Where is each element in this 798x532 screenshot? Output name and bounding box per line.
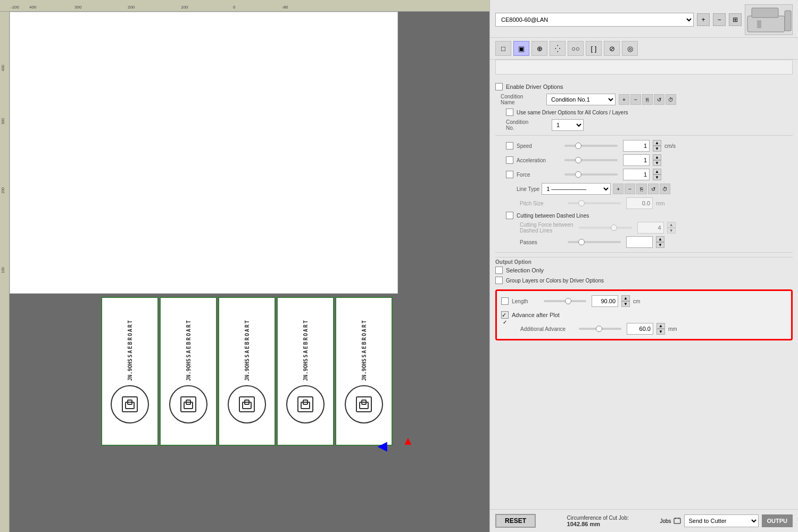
- pitch-size-label: Pitch Size: [520, 201, 562, 206]
- passes-slider[interactable]: [568, 241, 621, 243]
- ruler-mark-v-100: 100: [1, 267, 5, 273]
- svg-rect-4: [184, 402, 193, 409]
- line-type-select[interactable]: 1 ——————: [542, 183, 611, 195]
- additional-advance-input[interactable]: [627, 323, 653, 335]
- line-type-reset-btn[interactable]: ↺: [648, 184, 659, 194]
- line-type-copy-btn[interactable]: ⎘: [636, 184, 647, 194]
- card-1-circle: [111, 385, 149, 423]
- svg-rect-19: [674, 518, 680, 523]
- acceleration-spinner: ▲ ▼: [653, 154, 661, 166]
- condition-name-label: ConditionName: [501, 94, 543, 105]
- length-slider[interactable]: [544, 300, 586, 302]
- condition-copy-btn[interactable]: ⎘: [642, 94, 653, 105]
- speed-down[interactable]: ▼: [653, 146, 661, 152]
- selection-only-checkbox[interactable]: [495, 267, 503, 274]
- ruler-mark-v-400: 400: [1, 65, 5, 71]
- condition-reset-btn[interactable]: ↺: [654, 94, 664, 105]
- speed-unit: cm/s: [664, 143, 678, 149]
- tool-btn-5[interactable]: ○○: [568, 41, 584, 56]
- send-to-cutter-select[interactable]: Send to Cutter: [684, 514, 759, 527]
- additional-advance-slider[interactable]: [579, 328, 621, 330]
- force-down[interactable]: ▼: [653, 174, 661, 180]
- tool-btn-4[interactable]: ⁛: [550, 41, 566, 56]
- ruler-mark-v-300: 300: [1, 118, 5, 124]
- line-type-row: Line Type 1 —————— + − ⎘ ↺ ⏱: [495, 183, 793, 195]
- cutting-dashed-checkbox[interactable]: [506, 212, 513, 219]
- condition-name-select[interactable]: Condition No.1: [546, 94, 616, 105]
- svg-rect-10: [301, 402, 310, 409]
- tool-btn-1[interactable]: □: [495, 41, 511, 56]
- line-type-clock-btn[interactable]: ⏱: [660, 184, 670, 194]
- printer-select[interactable]: CE8000-60@LAN: [495, 13, 694, 27]
- card-3-text1: SAEBROART: [244, 319, 250, 358]
- card-1-text2: JN.9OHS: [127, 359, 133, 381]
- pitch-size-input: [626, 197, 653, 209]
- card-2-text2: JN.9OHS: [186, 359, 192, 381]
- tool-btn-6[interactable]: [ ]: [586, 41, 602, 56]
- additional-advance-row: Additional Advance ▲ ▼ mm: [501, 323, 787, 335]
- same-options-label: Use same Driver Options for All Colors /…: [517, 110, 628, 115]
- card-4: SAEBROART JN.9OHS: [277, 297, 334, 446]
- remove-printer-btn[interactable]: −: [713, 13, 726, 26]
- condition-clock-btn[interactable]: ⏱: [666, 94, 676, 105]
- output-option-highlighted-section: Length ▲ ▼ cm ✓ Advance after Plot Addit…: [495, 289, 793, 340]
- advance-after-plot-checkbox[interactable]: ✓: [501, 311, 509, 319]
- divider-1: [495, 135, 793, 136]
- tool-btn-7[interactable]: ⊘: [604, 41, 620, 56]
- same-options-checkbox[interactable]: [506, 109, 513, 116]
- force-checkbox[interactable]: [506, 171, 513, 178]
- length-up[interactable]: ▲: [621, 295, 630, 301]
- condition-minus-btn[interactable]: −: [630, 94, 641, 105]
- length-input[interactable]: [592, 295, 618, 307]
- additional-advance-down[interactable]: ▼: [656, 329, 665, 335]
- add-printer-btn[interactable]: +: [697, 13, 710, 26]
- arrow-left-indicator: ◀: [378, 439, 387, 453]
- passes-down[interactable]: ▼: [656, 242, 664, 248]
- bottom-bar: RESET Circumference of Cut Job: 1042.86 …: [490, 509, 798, 532]
- tool-btn-2[interactable]: ▣: [513, 41, 529, 56]
- length-down[interactable]: ▼: [621, 301, 630, 307]
- force-row: Force ▲ ▼: [495, 169, 793, 180]
- enable-driver-options-checkbox[interactable]: [495, 83, 503, 90]
- printer-settings-btn[interactable]: ⊞: [729, 13, 742, 26]
- line-type-actions: + − ⎘ ↺ ⏱: [613, 184, 670, 194]
- speed-checkbox[interactable]: [506, 142, 513, 149]
- force-slider[interactable]: [564, 173, 618, 176]
- condition-no-select[interactable]: 1: [552, 119, 584, 131]
- additional-advance-up[interactable]: ▲: [656, 323, 665, 329]
- card-2-icon: [177, 393, 200, 416]
- force-label: Force: [517, 172, 559, 178]
- force-up[interactable]: ▲: [653, 169, 661, 174]
- card-4-text2: JN.9OHS: [303, 359, 309, 381]
- reset-button[interactable]: RESET: [495, 514, 536, 528]
- condition-add-btn[interactable]: +: [619, 94, 629, 105]
- cutting-force-input: [637, 222, 664, 234]
- svg-rect-1: [126, 402, 134, 409]
- acceleration-checkbox[interactable]: [506, 156, 513, 164]
- output-button[interactable]: OUTPU: [762, 514, 793, 527]
- pitch-size-unit: mm: [656, 201, 669, 206]
- acceleration-up[interactable]: ▲: [653, 154, 661, 160]
- speed-input[interactable]: [623, 140, 650, 152]
- canvas-area: 400 300 200 100 0 -80 -100 400 300 200 1…: [0, 0, 489, 532]
- force-input[interactable]: [623, 169, 650, 180]
- white-canvas: [10, 12, 398, 294]
- line-type-minus-btn[interactable]: −: [625, 184, 635, 194]
- acceleration-input[interactable]: [623, 154, 650, 166]
- acceleration-down[interactable]: ▼: [653, 160, 661, 166]
- passes-input[interactable]: [626, 236, 653, 248]
- circumference-value: 1042.86 mm: [567, 521, 629, 527]
- tool-btn-8[interactable]: ◎: [622, 41, 638, 56]
- speed-up[interactable]: ▲: [653, 140, 661, 146]
- ruler-mark-400: 400: [29, 5, 36, 10]
- line-type-add-btn[interactable]: +: [613, 184, 624, 194]
- additional-advance-unit: mm: [668, 326, 681, 332]
- passes-up[interactable]: ▲: [656, 236, 664, 242]
- length-checkbox[interactable]: [501, 297, 509, 305]
- color-bar: [495, 60, 793, 74]
- speed-slider[interactable]: [564, 145, 618, 147]
- jobs-area: Jobs Send to Cutter OUTPU: [660, 514, 793, 527]
- group-layers-checkbox[interactable]: [495, 277, 503, 284]
- acceleration-slider[interactable]: [564, 159, 618, 161]
- tool-btn-3[interactable]: ⊕: [531, 41, 547, 56]
